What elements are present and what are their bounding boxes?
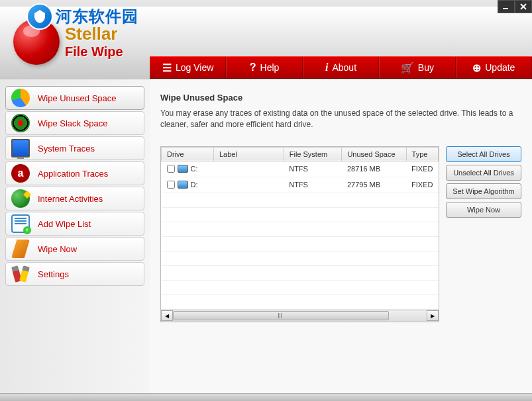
drive-label: [213, 161, 284, 177]
list-icon: ☰: [162, 62, 172, 74]
sidebar-item-internet[interactable]: Internet Activities: [5, 187, 144, 210]
sidebar-item-label: System Traces: [38, 144, 95, 154]
drive-type: FIXED: [406, 177, 438, 193]
tools-icon: [11, 265, 30, 283]
col-label[interactable]: Label: [213, 147, 284, 161]
drive-icon: [178, 165, 188, 173]
close-button[interactable]: [515, 0, 532, 13]
about-button[interactable]: i About: [303, 57, 379, 78]
col-type[interactable]: Type: [406, 147, 438, 161]
drive-unused: 28716 MB: [342, 161, 406, 177]
sidebar-item-label: Settings: [38, 269, 69, 279]
sidebar-item-label: Wipe Unused Space: [38, 93, 117, 103]
toolbar-label: Buy: [418, 62, 434, 73]
col-filesystem[interactable]: File System: [284, 147, 342, 161]
drive-label: [213, 177, 284, 193]
drives-table-container: Drive Label File System Unused Space Typ…: [160, 146, 439, 322]
drive-icon: [178, 181, 188, 189]
sidebar-item-wipe-slack[interactable]: Wipe Slack Space: [5, 111, 144, 135]
drive-letter: C:: [191, 165, 198, 173]
col-unused[interactable]: Unused Space: [342, 147, 406, 161]
drive-fs: NTFS: [284, 161, 342, 177]
sidebar-item-label: Application Traces: [38, 169, 108, 179]
col-drive[interactable]: Drive: [162, 147, 214, 161]
watermark-text: 河东软件园: [56, 6, 138, 27]
table-row[interactable]: D: NTFS 27795 MB FIXED: [162, 177, 439, 193]
wipe-now-button[interactable]: Wipe Now: [446, 202, 521, 218]
set-algorithm-button[interactable]: Set Wipe Algorithm: [446, 183, 521, 199]
footer-bar: [0, 393, 532, 401]
internet-icon: [11, 189, 30, 208]
app-icon: a: [11, 164, 30, 183]
content-title: Wipe Unused Space: [160, 93, 521, 103]
table-row[interactable]: C: NTFS 28716 MB FIXED: [162, 161, 439, 177]
scroll-thumb[interactable]: [173, 311, 389, 320]
update-button[interactable]: ⊕ Update: [456, 57, 532, 78]
drive-type: FIXED: [406, 161, 438, 177]
drive-letter: D:: [191, 181, 198, 189]
drives-table: Drive Label File System Unused Space Typ…: [161, 147, 439, 310]
help-button[interactable]: ? Help: [226, 57, 302, 78]
sidebar-item-wipe-unused[interactable]: Wipe Unused Space: [5, 86, 144, 110]
monitor-icon: [11, 139, 30, 157]
app-name-2: File Wipe: [65, 44, 123, 60]
eraser-icon: [11, 240, 30, 258]
scroll-track[interactable]: [173, 310, 427, 321]
sidebar-item-label: Internet Activities: [38, 194, 103, 204]
sidebar-item-add-list[interactable]: Add Wipe List: [5, 212, 144, 236]
unselect-all-button[interactable]: Unselect All Drives: [446, 165, 521, 181]
target-icon: [11, 114, 30, 132]
toolbar-label: About: [332, 62, 356, 73]
drive-unused: 27795 MB: [342, 177, 406, 193]
content-panel: Wipe Unused Space You may erase any trac…: [150, 79, 532, 401]
sidebar-item-system-traces[interactable]: System Traces: [5, 136, 144, 160]
toolbar-label: Log View: [176, 62, 213, 73]
drive-checkbox[interactable]: [167, 181, 175, 189]
select-all-button[interactable]: Select All Drives: [446, 146, 521, 162]
logview-button[interactable]: ☰ Log View: [150, 57, 226, 78]
globe-icon: ⊕: [472, 62, 481, 74]
action-panel: Select All Drives Unselect All Drives Se…: [446, 146, 521, 322]
drive-fs: NTFS: [284, 177, 342, 193]
sidebar-item-app-traces[interactable]: a Application Traces: [5, 161, 144, 185]
main-toolbar: ☰ Log View ? Help i About 🛒 Buy ⊕ Update: [150, 56, 532, 79]
horizontal-scrollbar[interactable]: ◀ ▶: [161, 310, 439, 322]
sidebar-item-wipe-now[interactable]: Wipe Now: [5, 237, 144, 261]
sidebar-item-label: Add Wipe List: [38, 219, 91, 229]
help-icon: ?: [250, 62, 256, 73]
sidebar-item-label: Wipe Now: [38, 244, 77, 254]
info-icon: i: [325, 62, 328, 73]
minimize-button[interactable]: [498, 0, 515, 13]
pie-chart-icon: [11, 89, 30, 107]
watermark-logo-icon: [27, 3, 53, 30]
toolbar-label: Help: [260, 62, 280, 73]
cart-icon: 🛒: [401, 62, 414, 74]
content-description: You may erase any traces of existing dat…: [160, 108, 521, 130]
window-titlebar-controls: [498, 0, 532, 13]
scroll-left-arrow[interactable]: ◀: [161, 310, 173, 321]
toolbar-label: Update: [485, 62, 515, 73]
sidebar: Wipe Unused Space Wipe Slack Space Syste…: [0, 79, 150, 401]
scroll-right-arrow[interactable]: ▶: [427, 310, 439, 321]
svg-rect-0: [503, 8, 508, 9]
sidebar-item-label: Wipe Slack Space: [38, 118, 108, 128]
sidebar-item-settings[interactable]: Settings: [5, 262, 144, 286]
drive-checkbox[interactable]: [167, 165, 175, 173]
watermark-overlay: 河东软件园: [27, 3, 138, 30]
buy-button[interactable]: 🛒 Buy: [379, 57, 455, 78]
add-list-icon: [11, 214, 30, 233]
